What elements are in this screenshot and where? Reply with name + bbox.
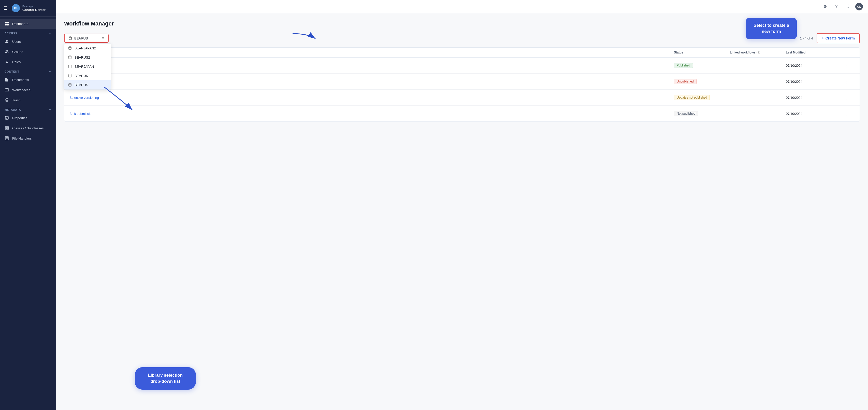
cylinder-icon-4 <box>68 64 72 68</box>
svg-point-7 <box>6 61 7 62</box>
status-cell-1: Published <box>674 63 730 68</box>
chevron-down-icon-2: ▼ <box>49 70 52 73</box>
svg-rect-9 <box>5 89 9 91</box>
sidebar-item-roles[interactable]: Roles <box>0 57 56 67</box>
svg-point-21 <box>69 47 71 48</box>
callout-top-bubble: Select to create anew form <box>746 18 797 39</box>
documents-icon <box>5 78 9 82</box>
th-modified: Last Modified <box>786 51 842 54</box>
dropdown-item-bearus[interactable]: BEARUS <box>64 80 111 89</box>
dashboard-label: Dashboard <box>12 22 29 26</box>
svg-point-22 <box>69 56 71 57</box>
section-access[interactable]: ACCESS ▼ <box>0 29 56 36</box>
svg-rect-1 <box>7 22 9 23</box>
svg-rect-13 <box>5 126 9 127</box>
option-bearus: BEARUS <box>74 83 88 87</box>
th-linked: Linked workflows i <box>730 51 786 54</box>
form-name-3: Selective versioning <box>69 95 674 100</box>
user-icon <box>5 39 9 44</box>
info-icon: i <box>756 51 760 54</box>
sidebar-item-dashboard[interactable]: Dashboard <box>0 19 56 29</box>
documents-label: Documents <box>12 78 29 82</box>
dropdown-item-bearus2[interactable]: BEARUS2 <box>64 53 111 62</box>
section-content[interactable]: CONTENT ▼ <box>0 67 56 75</box>
plus-icon: + <box>822 36 824 40</box>
status-cell-4: Not published <box>674 111 730 116</box>
roles-label: Roles <box>12 60 21 64</box>
library-dropdown[interactable]: BEARUS ▼ <box>64 34 108 43</box>
toolbar-row: BEARUS ▼ BEARJAPAN2 BEARUS2 <box>64 33 860 43</box>
hamburger-icon[interactable]: ☰ <box>4 5 8 11</box>
status-badge: Published <box>674 63 693 68</box>
row-menu-button[interactable]: ⋮ <box>842 78 850 85</box>
sidebar-header: ☰ im iManage Control Center <box>0 0 56 17</box>
users-label: Users <box>12 40 21 43</box>
option-bearus2: BEARUS2 <box>74 56 90 59</box>
table-row: Unpublished 07/10/2024 ⋮ <box>64 74 860 90</box>
avatar[interactable]: GE <box>855 3 863 10</box>
trash-icon <box>5 98 9 102</box>
groups-label: Groups <box>12 50 23 54</box>
topbar: ⚙ ? ⠿ GE <box>56 0 868 13</box>
create-new-form-button[interactable]: + Create New Form <box>816 33 860 43</box>
dashboard-icon <box>5 21 9 26</box>
svg-point-23 <box>69 65 71 66</box>
sidebar-item-filehandlers[interactable]: File Handlers <box>0 133 56 143</box>
table-row: Selective versioning Updates not publish… <box>64 90 860 106</box>
callout-top-text: Select to create anew form <box>753 23 789 34</box>
chevron-down-icon-dropdown: ▼ <box>101 36 104 40</box>
date-cell-2: 07/10/2024 <box>786 80 842 84</box>
callout-bottom-bubble: Library selectiondrop-down list <box>135 367 196 390</box>
sidebar-item-groups[interactable]: Groups <box>0 47 56 57</box>
svg-point-4 <box>6 40 8 41</box>
row-actions-2: ⋮ <box>842 78 855 85</box>
dropdown-item-bearjapan[interactable]: BEARJAPAN <box>64 62 111 71</box>
dropdown-item-bearjapan2[interactable]: BEARJAPAN2 <box>64 43 111 53</box>
settings-icon[interactable]: ⚙ <box>822 3 829 10</box>
sidebar-item-classes[interactable]: Classes / Subclasses <box>0 123 56 133</box>
sidebar-item-workspaces[interactable]: Workspaces <box>0 85 56 95</box>
svg-rect-8 <box>6 62 7 62</box>
svg-point-24 <box>69 74 71 75</box>
row-menu-button[interactable]: ⋮ <box>842 94 850 101</box>
sidebar-nav: Dashboard ACCESS ▼ Users Groups Roles <box>0 17 56 410</box>
th-name <box>69 51 674 54</box>
create-btn-label: Create New Form <box>826 36 855 40</box>
option-bearjapan: BEARJAPAN <box>74 65 94 68</box>
cylinder-icon-3 <box>68 55 72 59</box>
status-badge: Unpublished <box>674 79 696 84</box>
pagination-text: 1 - 4 of 4 <box>800 36 813 40</box>
svg-point-25 <box>69 83 71 84</box>
callout-bottom-text: Library selectiondrop-down list <box>148 373 183 384</box>
svg-rect-0 <box>5 22 7 23</box>
table-header: Status Linked workflows i Last Modified <box>64 48 860 58</box>
help-icon[interactable]: ? <box>833 3 840 10</box>
logo-subtitle: iManage <box>22 5 45 8</box>
row-menu-button[interactable]: ⋮ <box>842 62 850 69</box>
section-metadata[interactable]: METADATA ▼ <box>0 105 56 113</box>
toolbar-right: 1 - 4 of 4 + Create New Form <box>800 33 860 43</box>
section-metadata-label: METADATA <box>5 108 21 111</box>
svg-rect-3 <box>7 24 9 26</box>
sidebar-item-trash[interactable]: Trash <box>0 95 56 105</box>
file-handlers-label: File Handlers <box>12 137 32 140</box>
content-area: Workflow Manager BEARUS ▼ <box>56 13 868 410</box>
library-dropdown-wrapper: BEARUS ▼ BEARJAPAN2 BEARUS2 <box>64 34 108 43</box>
sidebar-item-documents[interactable]: Documents <box>0 75 56 85</box>
row-actions-1: ⋮ <box>842 62 855 69</box>
grid-icon[interactable]: ⠿ <box>844 3 851 10</box>
form-name-link[interactable]: Bulk submission <box>69 112 93 116</box>
svg-point-6 <box>7 51 8 52</box>
date-cell-1: 07/10/2024 <box>786 64 842 67</box>
status-badge: Updates not published <box>674 95 710 100</box>
row-menu-button[interactable]: ⋮ <box>842 110 850 117</box>
sidebar-item-users[interactable]: Users <box>0 36 56 47</box>
section-content-label: CONTENT <box>5 70 19 73</box>
dropdown-item-bearuk[interactable]: BEARUK <box>64 71 111 80</box>
form-name-link[interactable]: Selective versioning <box>69 96 99 99</box>
forms-table: Status Linked workflows i Last Modified … <box>64 47 860 122</box>
svg-rect-14 <box>5 128 7 129</box>
date-cell-4: 07/10/2024 <box>786 112 842 116</box>
sidebar-item-properties[interactable]: Properties <box>0 113 56 123</box>
row-actions-4: ⋮ <box>842 110 855 117</box>
